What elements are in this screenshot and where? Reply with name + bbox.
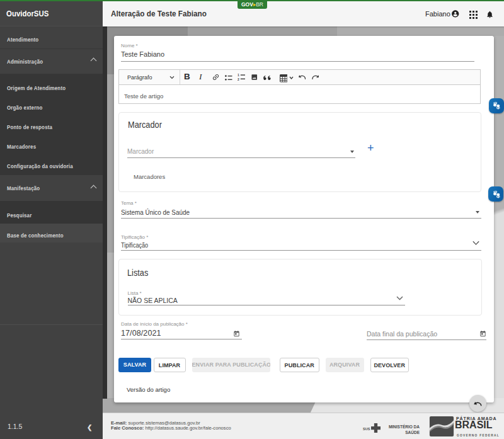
svg-text:1: 1 <box>238 74 239 77</box>
svg-text:2: 2 <box>238 77 239 81</box>
